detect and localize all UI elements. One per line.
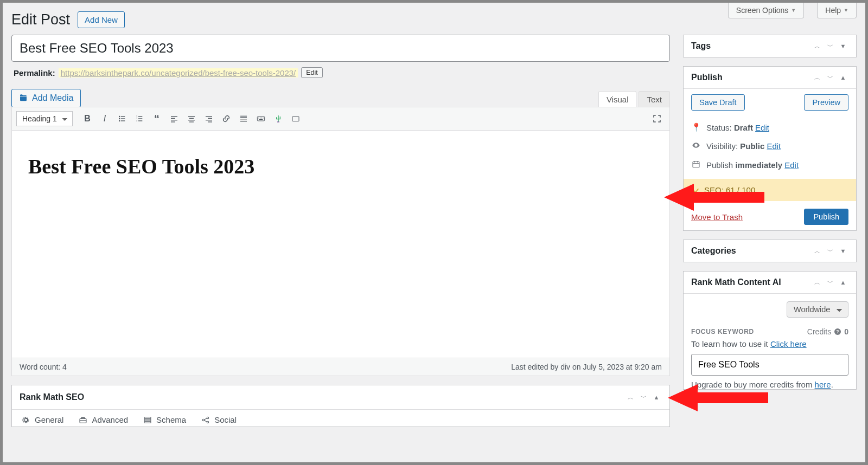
learn-link[interactable]: Click here bbox=[770, 339, 807, 348]
tab-advanced[interactable]: Advanced bbox=[79, 415, 128, 424]
content-heading: Best Free SEO Tools 2023 bbox=[28, 154, 653, 178]
add-media-label: Add Media bbox=[32, 93, 74, 103]
editor-toolbar: Heading 1 B I 123 “ bbox=[11, 107, 670, 131]
chevron-down-icon[interactable]: ﹀ bbox=[638, 392, 649, 403]
pin-icon: 📍 bbox=[691, 122, 701, 132]
visibility-line: Visibility: Public Edit bbox=[691, 137, 848, 156]
editor-content[interactable]: Best Free SEO Tools 2023 bbox=[11, 131, 670, 358]
align-right-button[interactable] bbox=[201, 111, 217, 127]
tab-schema[interactable]: Schema bbox=[143, 415, 186, 424]
svg-rect-38 bbox=[82, 417, 85, 418]
italic-button[interactable]: I bbox=[97, 111, 113, 127]
chevron-down-icon[interactable]: ﹀ bbox=[825, 41, 835, 51]
svg-rect-42 bbox=[144, 421, 151, 423]
gear-icon bbox=[22, 416, 30, 424]
chevron-up-icon[interactable]: ︿ bbox=[812, 41, 822, 51]
publish-button[interactable]: Publish bbox=[804, 209, 848, 225]
permalink-edit-button[interactable]: Edit bbox=[301, 67, 323, 78]
credits-value: 0 bbox=[844, 327, 848, 336]
insert-more-button[interactable] bbox=[235, 111, 252, 127]
svg-rect-49 bbox=[693, 162, 699, 167]
categories-panel: Categories ︿ ﹀ ▼ bbox=[683, 240, 857, 262]
permalink-row: Permalink: https://barksinthepark.co/unc… bbox=[14, 67, 670, 78]
svg-rect-6 bbox=[138, 116, 142, 117]
svg-point-0 bbox=[119, 116, 120, 118]
svg-rect-30 bbox=[260, 118, 260, 118]
tab-general[interactable]: General bbox=[22, 415, 63, 424]
toolbox-icon bbox=[79, 416, 87, 424]
chevron-up-icon[interactable]: ︿ bbox=[812, 246, 822, 256]
tab-visual[interactable]: Visual bbox=[598, 91, 637, 107]
svg-rect-1 bbox=[121, 116, 125, 117]
folder-button[interactable] bbox=[288, 111, 304, 127]
align-left-button[interactable] bbox=[166, 111, 182, 127]
triangle-up-icon[interactable]: ▲ bbox=[838, 277, 848, 288]
help-button[interactable]: Help ▼ bbox=[817, 3, 857, 18]
region-select[interactable]: Worldwide bbox=[787, 301, 848, 318]
bullet-list-button[interactable] bbox=[114, 111, 130, 127]
cactus-icon[interactable] bbox=[270, 111, 286, 127]
media-icon bbox=[18, 93, 28, 103]
credits-label: Credits bbox=[807, 327, 831, 336]
chevron-down-icon[interactable]: ﹀ bbox=[825, 72, 835, 83]
chevron-down-icon[interactable]: ﹀ bbox=[825, 246, 835, 256]
visibility-edit-link[interactable]: Edit bbox=[767, 141, 781, 151]
triangle-up-icon[interactable]: ▲ bbox=[651, 392, 662, 403]
add-new-button[interactable]: Add New bbox=[78, 11, 125, 28]
svg-rect-19 bbox=[189, 121, 194, 122]
svg-rect-20 bbox=[206, 116, 212, 117]
format-select[interactable]: Heading 1 bbox=[16, 111, 73, 126]
save-draft-button[interactable]: Save Draft bbox=[691, 94, 745, 111]
permalink-label: Permalink: bbox=[14, 68, 55, 78]
align-center-button[interactable] bbox=[183, 111, 200, 127]
upgrade-link[interactable]: here bbox=[815, 380, 831, 389]
chevron-up-icon[interactable]: ︿ bbox=[812, 277, 822, 288]
svg-rect-28 bbox=[257, 117, 264, 121]
publish-date-edit-link[interactable]: Edit bbox=[784, 160, 799, 170]
word-count: Word count: 4 bbox=[20, 363, 67, 371]
tab-text[interactable]: Text bbox=[639, 91, 670, 107]
svg-rect-17 bbox=[189, 118, 194, 119]
number-list-button[interactable]: 123 bbox=[131, 111, 148, 127]
chevron-up-icon[interactable]: ︿ bbox=[625, 392, 636, 403]
svg-rect-24 bbox=[240, 116, 247, 117]
contentai-panel: Rank Math Content AI ︿ ﹀ ▲ Worldwide FOC… bbox=[683, 271, 857, 390]
fullscreen-button[interactable] bbox=[649, 111, 665, 127]
bold-button[interactable]: B bbox=[79, 111, 95, 127]
tab-social[interactable]: Social bbox=[201, 415, 237, 424]
triangle-up-icon[interactable]: ▲ bbox=[838, 72, 848, 83]
chevron-down-icon[interactable]: ﹀ bbox=[825, 277, 835, 288]
svg-marker-36 bbox=[664, 184, 764, 211]
triangle-down-icon[interactable]: ▼ bbox=[838, 41, 848, 51]
focus-keyword-input[interactable] bbox=[691, 354, 848, 376]
add-media-button[interactable]: Add Media bbox=[11, 89, 81, 107]
last-edited: Last edited by div on July 5, 2023 at 9:… bbox=[511, 363, 662, 371]
contentai-title: Rank Math Content AI bbox=[691, 277, 781, 287]
svg-line-46 bbox=[204, 418, 207, 419]
svg-rect-5 bbox=[121, 120, 125, 121]
svg-rect-34 bbox=[277, 121, 279, 122]
link-button[interactable] bbox=[218, 111, 234, 127]
focus-keyword-label: FOCUS KEYWORD bbox=[691, 328, 754, 335]
editor-status-bar: Word count: 4 Last edited by div on July… bbox=[11, 358, 670, 376]
share-icon bbox=[201, 416, 210, 424]
status-line: 📍 Status: Draft Edit bbox=[691, 118, 848, 137]
post-title-input[interactable] bbox=[11, 35, 670, 62]
status-edit-link[interactable]: Edit bbox=[755, 123, 769, 132]
screen-options-label: Screen Options bbox=[736, 6, 789, 15]
permalink-url[interactable]: https://barksinthepark.co/uncategorized/… bbox=[59, 68, 298, 78]
svg-rect-3 bbox=[121, 118, 125, 119]
chevron-down-icon: ▼ bbox=[844, 8, 848, 13]
tags-title: Tags bbox=[691, 41, 711, 51]
preview-button[interactable]: Preview bbox=[804, 94, 848, 111]
svg-rect-35 bbox=[292, 117, 299, 121]
screen-options-button[interactable]: Screen Options ▼ bbox=[728, 3, 804, 18]
triangle-down-icon[interactable]: ▼ bbox=[838, 246, 848, 256]
svg-marker-48 bbox=[668, 384, 768, 411]
keyboard-button[interactable] bbox=[253, 111, 269, 127]
svg-text:?: ? bbox=[837, 329, 839, 334]
chevron-up-icon[interactable]: ︿ bbox=[812, 72, 822, 83]
quote-button[interactable]: “ bbox=[149, 111, 165, 127]
svg-rect-21 bbox=[208, 118, 212, 119]
calendar-icon bbox=[691, 160, 701, 170]
